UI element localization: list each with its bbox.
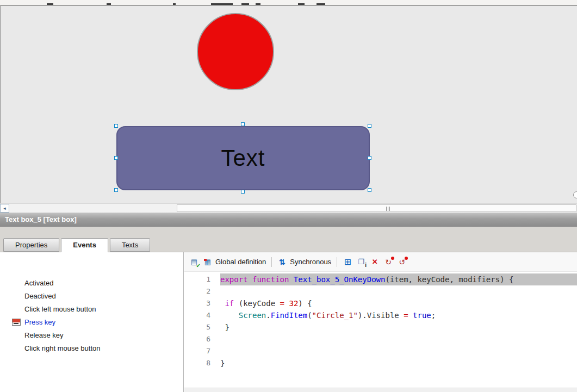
global-definition-button[interactable]: ▦ Global definition (203, 257, 266, 267)
code-line-1[interactable]: export function Text_box_5_OnKeyDown(ite… (220, 273, 577, 285)
code-token: (keyCode (234, 299, 280, 308)
event-list-panel: ActivatedDeactivedClick left mouse butto… (0, 252, 184, 392)
tab-events[interactable]: Events (61, 238, 108, 252)
code-editor[interactable]: 12345678 export function Text_box_5_OnKe… (184, 272, 577, 388)
press-key-icon (12, 319, 21, 326)
inspector-tabs: Properties Events Texts (3, 238, 150, 252)
line-number: 3 (184, 297, 217, 309)
tab-texts[interactable]: Texts (110, 238, 150, 252)
scroll-left-arrow-icon: ◂ (3, 206, 6, 211)
code-token: ; (431, 311, 436, 320)
code-token: . (266, 311, 270, 320)
reset-undo-icon[interactable]: ↺ (397, 257, 407, 267)
screen-canvas[interactable]: Text (0, 5, 577, 203)
global-definition-label: Global definition (215, 258, 266, 266)
script-editor-panel: ▤ ✔ ▦ Global definition ⇅ Synchronous ⊞ (184, 252, 577, 392)
code-token: export function (220, 275, 294, 284)
tab-properties[interactable]: Properties (3, 238, 59, 252)
global-definition-icon: ▦ (203, 257, 213, 267)
canvas-horizontal-scrollbar[interactable]: ◂ (0, 203, 577, 213)
code-lines[interactable]: export function Text_box_5_OnKeyDown(ite… (220, 273, 577, 369)
code-line-3[interactable]: if (keyCode = 32) { (220, 297, 577, 309)
scrollbar-grip-icon (386, 207, 387, 211)
event-item-label: Click left mouse button (24, 305, 96, 313)
synchronous-icon: ⇅ (277, 257, 287, 267)
selection-handle-e[interactable] (368, 156, 371, 160)
code-line-5[interactable]: } (220, 321, 577, 333)
textbox-text: Text (221, 145, 265, 171)
delete-icon[interactable]: ✕ (370, 257, 380, 267)
code-token: Screen (239, 311, 266, 320)
screen-resize-handle[interactable] (573, 191, 577, 198)
line-number: 4 (184, 309, 217, 321)
event-item-label: Press key (24, 318, 55, 326)
code-token: Text_box_5_OnKeyDown (294, 275, 386, 284)
editor-horizontal-scrollbar[interactable] (184, 388, 577, 392)
event-item-label: Click right mouse button (24, 344, 100, 352)
line-number: 8 (184, 357, 217, 369)
event-item-click-left-mouse-button[interactable]: Click left mouse button (0, 303, 183, 316)
scrollbar-thumb[interactable] (177, 204, 576, 212)
code-token: true (413, 311, 431, 320)
event-item-press-key[interactable]: Press key (0, 316, 183, 329)
event-item-activated[interactable]: Activated (0, 277, 183, 290)
check-glyph: ✔ (196, 263, 201, 269)
selection-handle-se[interactable] (368, 188, 371, 192)
line-number: 6 (184, 333, 217, 345)
line-number: 7 (184, 345, 217, 357)
clipped-toolbar-strip (0, 0, 577, 5)
selection-handle-nw[interactable] (114, 124, 118, 128)
code-line-6[interactable] (220, 333, 577, 345)
toolbar-separator (337, 257, 337, 267)
windows-glyph: ❐ (358, 258, 364, 266)
global-definition-glyph: ▦ (204, 258, 211, 266)
scroll-left-button[interactable]: ◂ (0, 204, 9, 213)
grid-view-icon[interactable]: ⊞ (343, 257, 352, 267)
event-item-label: Deactived (24, 292, 56, 300)
inspector-title: Text box_5 [Text box] (5, 215, 77, 223)
code-token: if (225, 299, 234, 308)
synchronous-label: Synchronous (290, 258, 331, 266)
line-number: 5 (184, 321, 217, 333)
event-item-label: Release key (24, 331, 64, 339)
code-token: = 32 (280, 299, 299, 308)
hmi-editor-window: Text ◂ Text box_5 [Text box] Properties … (0, 0, 577, 392)
code-token: "Circle_1" (312, 311, 358, 320)
code-token: .Visible (362, 311, 404, 320)
selection-handle-ne[interactable] (368, 124, 371, 128)
textbox-shape[interactable]: Text (116, 126, 370, 190)
reset-redo-icon[interactable]: ↻ (383, 257, 393, 267)
code-token: ( (307, 311, 312, 320)
code-token: = (404, 311, 413, 320)
line-number: 2 (184, 285, 217, 297)
selection-handle-w[interactable] (114, 156, 118, 160)
check-script-icon[interactable]: ▤ ✔ (189, 257, 199, 267)
synchronous-button[interactable]: ⇅ Synchronous (277, 257, 331, 267)
code-token: } (220, 323, 229, 332)
code-line-2[interactable] (220, 285, 577, 297)
inspector-tab-strip: Properties Events Texts (0, 227, 577, 252)
toolbar-separator (271, 257, 272, 267)
code-token (220, 311, 239, 320)
selection-handle-s[interactable] (241, 190, 245, 194)
line-number: 1 (184, 273, 217, 285)
event-item-click-right-mouse-button[interactable]: Click right mouse button (0, 342, 183, 355)
events-content: ActivatedDeactivedClick left mouse butto… (0, 252, 577, 392)
code-token: FindItem (271, 311, 307, 320)
code-line-4[interactable]: Screen.FindItem("Circle_1").Visible = tr… (220, 309, 577, 321)
object-info-icon[interactable]: ❐ i (356, 257, 366, 267)
event-item-label: Activated (24, 279, 53, 287)
selection-handle-sw[interactable] (114, 188, 118, 192)
circle-shape[interactable] (197, 13, 274, 90)
code-token: ) { (298, 299, 312, 308)
inspector-title-bar: Text box_5 [Text box] (0, 213, 577, 227)
code-line-8[interactable]: } (220, 357, 577, 369)
script-toolbar: ▤ ✔ ▦ Global definition ⇅ Synchronous ⊞ (184, 252, 577, 272)
selection-handle-n[interactable] (241, 122, 245, 126)
event-item-release-key[interactable]: Release key (0, 329, 183, 342)
event-item-deactived[interactable]: Deactived (0, 290, 183, 303)
line-number-gutter: 12345678 (184, 273, 217, 369)
code-token: } (220, 359, 225, 368)
code-line-7[interactable] (220, 345, 577, 357)
code-token: (item, keyCode, modifiers) { (385, 275, 513, 284)
